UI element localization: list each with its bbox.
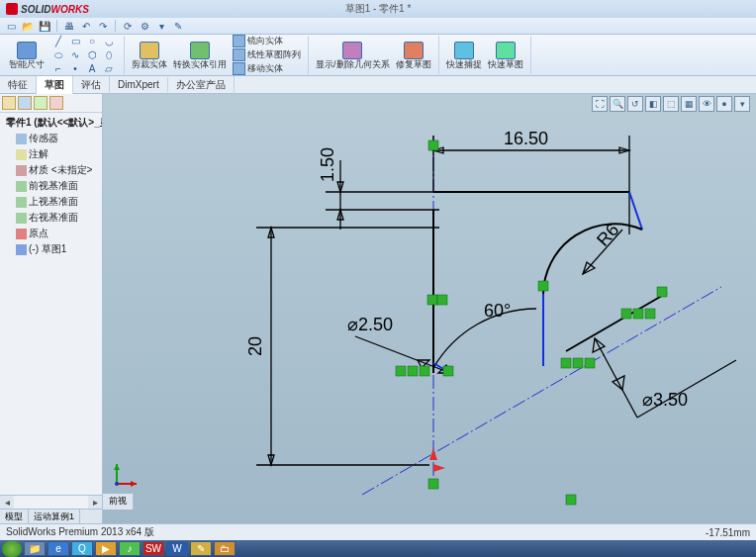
line-tool[interactable]: ╱	[50, 35, 66, 47]
feature-tree-tab-icon[interactable]	[2, 96, 16, 110]
sketch-arc-r6[interactable]	[543, 224, 642, 294]
relations-button[interactable]: 显示/删除几何关系	[313, 41, 393, 70]
relation-marker[interactable]	[585, 358, 595, 368]
redo-icon[interactable]: ↷	[96, 19, 110, 33]
slot-tool[interactable]: ⬭	[50, 48, 66, 61]
relation-marker[interactable]	[645, 309, 655, 319]
explorer-icon[interactable]: 📁	[24, 541, 46, 556]
mirror-button[interactable]: 镜向实体	[233, 35, 301, 47]
spline-tool[interactable]: ∿	[67, 48, 83, 61]
relation-marker[interactable]	[566, 495, 576, 505]
tree-top-plane[interactable]: 上视基准面	[2, 194, 100, 210]
tree-right-plane[interactable]: 右视基准面	[2, 210, 100, 226]
relation-marker[interactable]	[428, 479, 438, 489]
relation-marker[interactable]	[657, 287, 667, 297]
select-icon[interactable]: ▾	[154, 19, 168, 33]
scroll-track[interactable]	[14, 496, 88, 509]
save-icon[interactable]: 💾	[38, 19, 51, 33]
relation-marker[interactable]	[408, 366, 418, 376]
relation-marker[interactable]	[427, 295, 437, 305]
word-icon[interactable]: W	[166, 541, 188, 556]
tree-material[interactable]: 材质 <未指定>	[2, 162, 100, 178]
sw-taskbar-icon[interactable]: SW	[142, 541, 164, 556]
dim-angle-60[interactable]: 60°	[433, 301, 536, 368]
panel-scroll[interactable]: ◂ ▸	[0, 495, 102, 509]
dim-20[interactable]: 20	[245, 228, 439, 465]
relation-marker[interactable]	[573, 358, 583, 368]
motion-tab[interactable]: 运动算例1	[29, 510, 80, 523]
linear-pattern-button[interactable]: 线性草图阵列	[233, 48, 301, 61]
tree-front-plane[interactable]: 前视基准面	[2, 178, 100, 194]
relation-marker[interactable]	[561, 358, 571, 368]
fillet-tool[interactable]: ⌐	[50, 62, 66, 75]
relation-marker[interactable]	[396, 366, 406, 376]
arc-tool[interactable]: ◡	[101, 35, 117, 47]
prev-view-icon[interactable]: ↺	[627, 96, 643, 112]
zoom-fit-icon[interactable]: ⛶	[592, 96, 608, 112]
poly-tool[interactable]: ⬡	[84, 48, 100, 61]
front-view-tab[interactable]: 前视	[103, 494, 134, 510]
tree-root[interactable]: 零件1 (默认<<默认>_显示状态	[2, 115, 100, 131]
smart-dimension-button[interactable]: 智能尺寸	[6, 41, 47, 70]
relation-marker[interactable]	[428, 140, 438, 150]
model-tab[interactable]: 模型	[0, 510, 29, 523]
scene-icon[interactable]: ●	[716, 96, 732, 112]
rapid-sketch-button[interactable]: 快速草图	[485, 41, 526, 70]
sketch-angled-line[interactable]	[566, 293, 667, 351]
move-button[interactable]: 移动实体	[233, 62, 301, 75]
rebuild-icon[interactable]: ⟳	[121, 19, 135, 33]
new-icon[interactable]: ▭	[4, 19, 18, 33]
tab-evaluate[interactable]: 评估	[73, 76, 110, 94]
section-icon[interactable]: ◧	[645, 96, 661, 112]
start-button[interactable]	[2, 541, 22, 557]
dim-dia-3-50[interactable]: ⌀3.50	[593, 338, 736, 418]
tab-dimxpert[interactable]: DimXpert	[110, 77, 168, 92]
options-icon[interactable]: ⚙	[138, 19, 151, 33]
point-tool[interactable]: •	[67, 62, 83, 75]
zoom-area-icon[interactable]: 🔍	[610, 96, 625, 112]
rect-tool[interactable]: ▭	[67, 35, 83, 47]
tab-sketch[interactable]: 草图	[37, 76, 73, 94]
dim-1-50[interactable]: 1.50	[318, 147, 439, 230]
hide-show-icon[interactable]: 👁	[699, 96, 714, 112]
qq-icon[interactable]: Q	[71, 541, 93, 556]
graphics-canvas[interactable]: ⛶ 🔍 ↺ ◧ ⬚ ▦ 👁 ● ▾ 16.50	[103, 94, 756, 523]
dim-16-50[interactable]: 16.50	[433, 129, 629, 234]
relation-marker[interactable]	[437, 295, 447, 305]
tree-sensors[interactable]: 传感器	[2, 131, 100, 146]
media-icon[interactable]: ♪	[119, 541, 141, 556]
plane-tool[interactable]: ▱	[101, 62, 117, 75]
sketch-icon[interactable]: ✎	[171, 19, 185, 33]
repair-button[interactable]: 修复草图	[393, 41, 434, 70]
convert-button[interactable]: 转换实体引用	[170, 41, 230, 70]
relation-marker[interactable]	[538, 281, 548, 291]
config-tab-icon[interactable]	[34, 96, 47, 110]
open-icon[interactable]: 📂	[21, 19, 35, 33]
display-style-icon[interactable]: ▦	[681, 96, 697, 112]
view-set-icon[interactable]: ▾	[734, 96, 750, 112]
relation-marker[interactable]	[420, 366, 429, 376]
trim-button[interactable]: 剪裁实体	[129, 41, 170, 70]
quick-snap-button[interactable]: 快速捕捉	[443, 41, 485, 70]
print-icon[interactable]: 🖶	[62, 19, 76, 33]
circle-tool[interactable]: ○	[84, 35, 100, 47]
tree-origin[interactable]: 原点	[2, 226, 100, 241]
tree-sketch1[interactable]: (-) 草图1	[2, 241, 100, 257]
text-tool[interactable]: A	[84, 62, 100, 75]
browser-icon[interactable]: e	[47, 541, 69, 556]
tab-office[interactable]: 办公室产品	[168, 76, 235, 94]
relation-marker[interactable]	[443, 366, 453, 376]
scroll-left-icon[interactable]: ◂	[0, 496, 14, 509]
player-icon[interactable]: ▶	[95, 541, 117, 556]
scroll-right-icon[interactable]: ▸	[88, 496, 102, 509]
tab-features[interactable]: 特征	[0, 76, 37, 94]
ellipse-tool[interactable]: ⬯	[101, 48, 117, 61]
undo-icon[interactable]: ↶	[79, 19, 93, 33]
tree-annotations[interactable]: 注解	[2, 146, 100, 162]
property-tab-icon[interactable]	[18, 96, 32, 110]
relation-marker[interactable]	[633, 309, 643, 319]
relation-marker[interactable]	[621, 309, 631, 319]
view-orient-icon[interactable]: ⬚	[663, 96, 679, 112]
dimxpert-tab-icon[interactable]	[49, 96, 63, 110]
sketch-slant1[interactable]	[629, 192, 642, 230]
